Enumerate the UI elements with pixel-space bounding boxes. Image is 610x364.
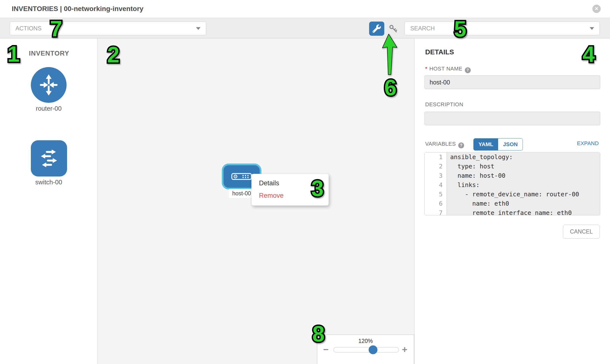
header: INVENTORIES | 00-networking-inventory ✕ [0,0,610,18]
cancel-button[interactable]: CANCEL [563,225,600,239]
expand-link[interactable]: EXPAND [577,140,599,147]
host-name-label: *HOST NAME? [425,65,471,73]
variables-format-toggle: YAML JSON [473,138,523,151]
zoom-control-panel: 120% − + [317,335,414,364]
help-icon[interactable]: ? [458,143,464,148]
code-line: 5 - remote_device_name: router-00 [425,190,600,199]
required-marker: * [425,65,427,72]
zoom-slider[interactable] [333,347,399,352]
help-icon[interactable]: ? [465,67,471,73]
code-line: 7 remote_interface_name: eth0 [425,208,600,215]
variables-code-editor[interactable]: 1 ansible_topology: 2 type: host 3 name:… [425,152,600,215]
key-icon [389,24,398,34]
inventory-sidebar: INVENTORY router-00 [0,39,97,364]
switch-icon [36,145,62,172]
topology-canvas[interactable]: host-00 Details Remove 120% − + [97,39,415,364]
host-node-label: host-00 [229,189,254,198]
key-credentials-button[interactable] [389,24,398,34]
host-name-input[interactable] [425,75,600,89]
tab-yaml[interactable]: YAML [474,139,498,150]
router-icon [36,72,62,98]
palette-item-switch[interactable] [31,140,67,177]
close-icon[interactable]: ✕ [592,5,601,13]
details-panel: DETAILS *HOST NAME? DESCRIPTION VARIABLE… [415,39,610,364]
node-context-menu: Details Remove [251,174,329,206]
search-dropdown-label: SEARCH [410,25,435,32]
code-line: 4 links: [425,181,600,190]
palette-item-router[interactable] [31,67,66,103]
zoom-out-button[interactable]: − [323,344,328,355]
code-line: 6 name: eth0 [425,199,600,208]
code-line: 3 name: host-00 [425,171,600,181]
zoom-slider-thumb[interactable] [369,345,377,354]
variables-label: VARIABLES? [425,141,464,148]
zoom-level-value: 120% [317,338,414,344]
sidebar-heading: INVENTORY [29,50,69,57]
details-title: DETAILS [425,48,454,56]
palette-item-label: switch-00 [12,179,85,186]
chevron-down-icon [590,27,594,30]
wrench-icon [373,25,381,33]
menu-item-details[interactable]: Details [252,177,328,189]
tab-json[interactable]: JSON [498,139,523,150]
actions-dropdown-label: ACTIONS [15,25,42,32]
chevron-down-icon [196,27,200,30]
description-input[interactable] [425,112,600,125]
page-title: INVENTORIES | 00-networking-inventory [12,0,143,18]
search-dropdown[interactable]: SEARCH [405,22,600,35]
configure-tool-button[interactable] [369,22,384,36]
zoom-in-button[interactable]: + [402,344,407,355]
menu-item-remove[interactable]: Remove [252,189,328,202]
host-icon [231,173,252,180]
code-line: 2 type: host [425,162,600,171]
code-line: 1 ansible_topology: [425,153,600,162]
network-inventory-window: INVENTORIES | 00-networking-inventory ✕ … [0,0,610,364]
palette-item-label: router-00 [12,105,85,112]
description-label: DESCRIPTION [425,101,463,108]
toolbar: ACTIONS SEARCH [0,18,610,39]
actions-dropdown[interactable]: ACTIONS [10,22,206,35]
